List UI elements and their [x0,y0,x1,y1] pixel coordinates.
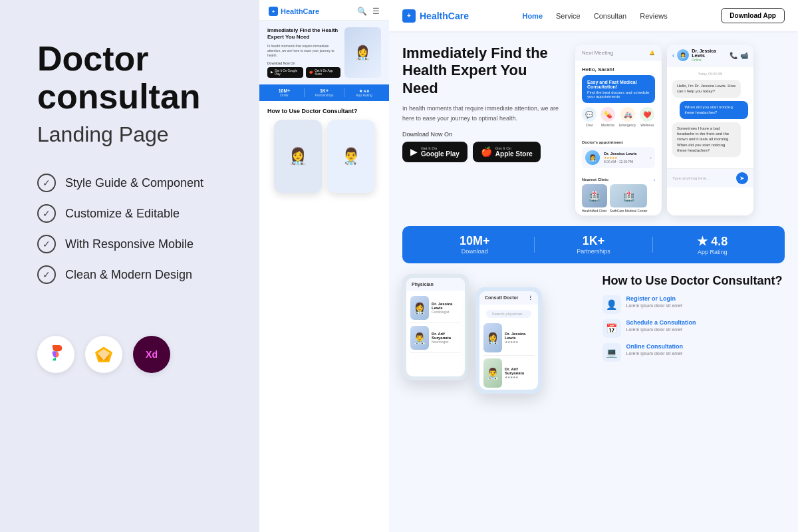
apple-icon: 🍎 [309,70,313,74]
chat-icon-item: 💬 Chat [582,107,597,127]
consult-avatar-2: 👨‍⚕️ [483,358,502,388]
left-panel: Doctor consultan Landing Page ✓ Style Gu… [0,0,259,532]
doctor-avatar: 👩‍⚕️ [585,150,600,165]
chat-circle-icon: 💬 [582,107,597,122]
phone-mockup-right: 👨‍⚕️ [327,120,375,193]
nearest-clinic: Nearest Clinic › 🏥 HealthMed Clinic 🏥 Sw… [575,175,662,215]
subtitle: Landing Page [37,122,233,147]
register-icon: 👤 [602,295,621,314]
doctor-list: 👩‍⚕️ Dr. Jessica Lewis Cardiologist 👨‍⚕️… [406,291,465,356]
bp-doc-avatar-2: 👨‍⚕️ [410,326,429,350]
mobile-stat-rating: ★ 4.8 App Rating [344,88,384,97]
google-play-icon: ▶ [410,146,418,157]
mobile-hero: Immediately Find the Health Expert You N… [259,21,389,84]
notification-icon: 🔔 [649,51,655,56]
mobile-stat-partnerships: 1K+ Partnerships [305,88,344,97]
step-1: 👤 Register or Login Lorem ipsum dolor si… [602,295,785,314]
search-icon[interactable]: 🔍 [357,7,367,16]
feature-item-1: ✓ Style Guide & Component [37,174,233,192]
features-list: ✓ Style Guide & Component ✓ Customize & … [37,174,233,296]
phone-card-app: Next Meeting 🔔 Hello, Sarah! Easy and Fa… [575,45,662,215]
clinic-img-2: 🏥 [610,184,648,207]
hero-mockups: Next Meeting 🔔 Hello, Sarah! Easy and Fa… [575,45,785,215]
google-play-btn-mini[interactable]: ▶ Get It On Google Play [267,67,303,78]
chat-msg-outgoing: When did you start noticing these headac… [680,101,748,119]
doctor-row: 👩‍⚕️ Dr. Jessica Lewis ★★★★★ 8.00 AM - 1… [582,147,655,168]
chat-messages: Today, 09:00 AM Hello, I'm Dr. Jessica L… [667,66,753,166]
consult-doc-list: Search physician... 👩‍⚕️ Dr. Jessica Lew… [479,305,538,390]
bottom-section: Physician 👩‍⚕️ Dr. Jessica Lewis Cardiol… [389,274,798,394]
phone-icon[interactable]: 📞 [730,52,737,59]
mobile-stat-downloads: 10M+ Order [265,88,304,97]
phone-hello: Hello, Sarah! Easy and Fast Medical Cons… [575,61,662,136]
consult-doc-info-1: Dr. Jessica Lewis ★★★★★ [505,332,534,344]
chat-send-button[interactable]: ➤ [736,172,748,184]
phone-card-header: Next Meeting 🔔 [575,45,662,61]
mobile-hero-image: 👩‍⚕️ [344,27,381,78]
app-buttons: ▶ Get It On Google Play 🍎 Get It On Appl… [402,142,562,162]
download-app-button[interactable]: Download App [721,8,785,23]
consult-doc-info-2: Dr. Arif Suryanata ★★★★★ [505,367,534,379]
consult-doctor-1: 👩‍⚕️ Dr. Jessica Lewis ★★★★★ [483,321,534,356]
mobile-header: + HealthCare 🔍 ☰ [259,0,389,21]
site-logo: + HealthCare [402,9,469,23]
apple-store-btn-mini[interactable]: 🍎 Get It On App Store [306,67,340,78]
sketch-icon [85,336,122,373]
consultation-card: Easy and Fast Medical Consultation! Find… [582,75,655,103]
consult-avatar-1: 👩‍⚕️ [483,323,502,352]
doctor-list-item-2: 👨‍⚕️ Dr. Arif Suryanata Neurologist [410,323,461,353]
chat-card: ‹ 👩‍⚕️ Dr. Jessica Lewis Online 📞 📹 Toda… [667,45,753,215]
site-nav: Home Service Consultan Reviews [522,12,667,20]
website-stat-partnerships: 1K+ Partnerships [535,234,653,255]
chat-msg-incoming-1: Hello, I'm Dr. Jessica Lewis. How can I … [672,80,741,98]
website-preview: + HealthCare Home Service Consultan Revi… [389,0,798,532]
feature-item-2: ✓ Customize & Editable [37,204,233,223]
see-all[interactable]: › [654,178,655,182]
medicine-icon-item: 💊 Medicine [600,107,615,127]
nav-home[interactable]: Home [522,12,543,20]
check-icon-2: ✓ [37,204,56,223]
phone-inner-2: Consult Doctor ⋮ Search physician... 👩‍⚕… [479,291,538,390]
nav-service[interactable]: Service [556,12,581,20]
apple-store-button[interactable]: 🍎 Get It On Apple Store [473,142,541,162]
check-icon-3: ✓ [37,235,56,253]
step-3: 💻 Online Consultation Lorem ipsum dolor … [602,343,785,362]
mobile-logo-icon: + [269,7,278,16]
apple-store-icon: 🍎 [481,146,492,157]
xd-icon: Xd [133,336,170,373]
arrow-icon: › [650,155,652,161]
steps-list: 👤 Register or Login Lorem ipsum dolor si… [602,295,785,362]
right-panel: + HealthCare 🔍 ☰ Immediately Find the He… [259,0,798,532]
video-icon[interactable]: 📹 [740,52,748,59]
nav-reviews[interactable]: Reviews [640,12,668,20]
back-icon[interactable]: ‹ [672,52,674,59]
check-icon-4: ✓ [37,265,56,284]
mobile-header-icons: 🔍 ☰ [357,7,380,16]
google-play-button[interactable]: ▶ Get It On Google Play [402,142,467,162]
icon-grid: 💬 Chat 💊 Medicine 🚑 Emergency [582,107,655,127]
chat-input[interactable]: Type anything here... [672,176,733,180]
hero-text: Immediately Find the Health Expert You N… [402,45,562,162]
wellness-icon-item: ❤️ Wellness [640,107,654,127]
emergency-circle-icon: 🚑 [620,107,635,122]
website-nav: + HealthCare Home Service Consultan Revi… [389,0,798,31]
main-title: Doctor consultan [37,40,233,116]
feature-item-4: ✓ Clean & Modern Design [37,265,233,284]
tool-icons: Xd [37,336,233,373]
mobile-section2: How to Use Doctor Consultant? 👩‍⚕️ 👨‍⚕️ [259,101,389,200]
online-consult-icon: 💻 [602,343,621,362]
chat-msg-incoming-2: Sometimes I have a bad headache in the f… [672,122,741,157]
phone-inner-1: Physician 👩‍⚕️ Dr. Jessica Lewis Cardiol… [406,278,465,376]
emergency-icon-item: 🚑 Emergency [619,107,636,127]
bp-doc-info-2: Dr. Arif Suryanata Neurologist [432,332,461,344]
search-field[interactable]: Search physician... [486,310,531,318]
chat-header: ‹ 👩‍⚕️ Dr. Jessica Lewis Online 📞 📹 [667,45,753,66]
website-stat-download: 10M+ Download [416,234,534,255]
more-icon[interactable]: ⋮ [528,295,533,301]
menu-icon[interactable]: ☰ [372,7,380,16]
website-stat-rating: ★ 4.8 App Rating [653,234,771,255]
step-2-text: Schedule a Consultation Lorem ipsum dolo… [626,319,696,332]
website-stats: 10M+ Download 1K+ Partnerships ★ 4.8 App… [402,226,785,263]
step-3-text: Online Consultation Lorem ipsum dolor si… [626,343,684,356]
nav-consultan[interactable]: Consultan [594,12,627,20]
